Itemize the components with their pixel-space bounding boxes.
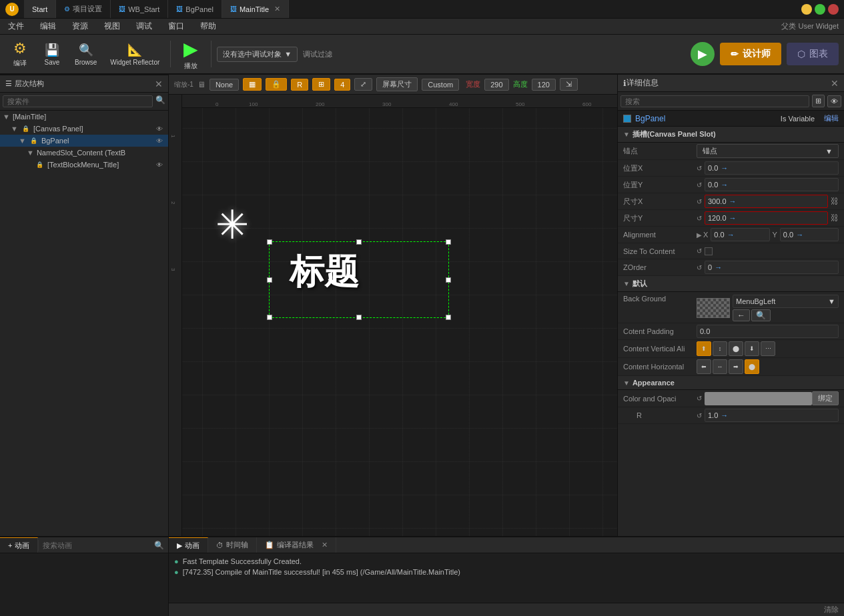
background-arrow-left[interactable]: ← <box>733 309 750 321</box>
handle-top-center[interactable] <box>356 239 362 245</box>
hier-namedslot[interactable]: ▼ NamedSlot_Content (TextB <box>0 147 168 159</box>
handle-top-right[interactable] <box>446 239 451 245</box>
hier-canvas-panel[interactable]: ▼ 🔒 [Canvas Panel] 👁 <box>0 123 168 135</box>
hierarchy-search-input[interactable] <box>3 95 153 107</box>
align-x-value[interactable]: 0.0 → <box>711 228 769 241</box>
zorder-reset[interactable]: ↺ <box>697 264 702 271</box>
width-input[interactable]: 290 <box>484 79 508 91</box>
run-button[interactable]: ▶ <box>691 42 715 66</box>
canvas-grid[interactable]: 0 100 200 300 400 500 600 700 800 1 2 3 … <box>169 95 617 536</box>
play-button[interactable]: ▶ 播放 <box>176 35 205 73</box>
menu-resource[interactable]: 资源 <box>69 19 91 33</box>
grid-button[interactable]: ⊞ <box>312 78 330 91</box>
background-search[interactable]: 🔍 <box>751 309 771 321</box>
move-button[interactable]: ▦ <box>243 78 262 91</box>
fix-button[interactable]: 绑定 <box>812 391 839 405</box>
vert-align-fill[interactable]: ⬤ <box>729 341 743 356</box>
menu-help[interactable]: 帮助 <box>197 19 219 33</box>
background-swatch[interactable] <box>697 298 730 318</box>
content-padding-value[interactable]: 0.0 <box>697 325 839 338</box>
hier-bgpanel[interactable]: ▼ 🔒 BgPanel 👁 <box>0 135 168 147</box>
hierarchy-close[interactable]: ✕ <box>155 79 163 89</box>
designer-button[interactable]: ✏ 设计师 <box>720 43 781 65</box>
bg-panel-checkbox[interactable] <box>623 115 631 123</box>
menu-view[interactable]: 视图 <box>101 19 123 33</box>
appearance-section-header[interactable]: ▼ Appearance <box>618 376 844 390</box>
compile-button[interactable]: ⚙ 编译 <box>5 37 35 71</box>
size-y-reset-icon[interactable]: ↺ <box>697 215 702 222</box>
vert-align-top[interactable]: ⬆ <box>697 341 711 356</box>
align-y-value[interactable]: 0.0 → <box>780 228 839 241</box>
size-y-value[interactable]: 120.0 → <box>705 211 828 225</box>
animation-log-tab[interactable]: ▶ 动画 <box>169 537 208 553</box>
slot-section-header[interactable]: ▼ 插槽(Canvas Panel Slot) <box>618 127 844 143</box>
menu-debug[interactable]: 调试 <box>133 19 155 33</box>
menu-file[interactable]: 文件 <box>5 19 27 33</box>
animation-search-input[interactable] <box>38 540 150 551</box>
size-y-chain-icon[interactable]: ⛓ <box>831 213 839 223</box>
widget-reflector-button[interactable]: 📐 Widget Reflector <box>105 40 165 69</box>
horiz-align-left[interactable]: ⬅ <box>697 359 711 374</box>
details-close[interactable]: ✕ <box>831 78 839 89</box>
graph-button[interactable]: ⬡ 图表 <box>787 43 839 65</box>
color-reset-icon[interactable]: ↺ <box>697 395 702 402</box>
anchor-button[interactable]: 锚点 ▼ <box>697 144 839 158</box>
height-input[interactable]: 120 <box>532 79 556 91</box>
animation-search-icon[interactable]: 🔍 <box>150 541 168 550</box>
hier-maintitle[interactable]: ▼ [MainTitle] <box>0 111 168 123</box>
handle-bottom-left[interactable] <box>267 315 272 320</box>
menu-edit[interactable]: 编辑 <box>37 19 59 33</box>
num4-button[interactable]: 4 <box>334 79 350 91</box>
horiz-align-fill[interactable]: ⬤ <box>745 359 759 374</box>
handle-top-left[interactable] <box>267 239 272 245</box>
save-button[interactable]: 💾 Save <box>37 40 67 69</box>
details-grid-button[interactable]: ⊞ <box>812 95 825 107</box>
zorder-value[interactable]: 0 → <box>705 261 839 274</box>
r-value[interactable]: 1.0 → <box>705 409 839 422</box>
size-to-content-checkbox[interactable] <box>705 247 713 255</box>
defaults-section-header[interactable]: ▼ 默认 <box>618 276 844 292</box>
pos-y-reset-icon[interactable]: ↺ <box>697 181 702 189</box>
r-reset-icon[interactable]: ↺ <box>697 412 702 419</box>
details-search-input[interactable] <box>620 95 809 107</box>
tab-start[interactable]: Start <box>24 0 56 18</box>
compiler-close[interactable]: ✕ <box>322 541 328 549</box>
tab-wb-start[interactable]: 🖼 WB_Start <box>111 0 168 18</box>
widget-selection[interactable]: 标题 <box>269 241 449 318</box>
pos-y-value[interactable]: 0.0 → <box>705 178 839 191</box>
tab-maintitle[interactable]: 🖼 MainTitle ✕ <box>222 0 289 18</box>
custom-button[interactable]: Custom <box>422 79 459 91</box>
handle-bottom-center[interactable] <box>356 315 362 320</box>
size-x-reset-icon[interactable]: ↺ <box>697 198 702 205</box>
pos-x-value[interactable]: 0.0 → <box>705 161 839 175</box>
clear-button[interactable]: 清除 <box>824 605 839 615</box>
expand-button[interactable]: ⤢ <box>354 78 372 91</box>
handle-mid-right[interactable] <box>446 277 451 283</box>
debug-filter[interactable]: 没有选中调试对象 ▼ <box>217 47 298 62</box>
browse-button[interactable]: 🔍 Browse <box>69 40 102 69</box>
pos-x-reset-icon[interactable]: ↺ <box>697 165 702 172</box>
handle-mid-left[interactable] <box>267 277 272 283</box>
vert-align-custom[interactable]: ⋯ <box>761 341 775 356</box>
tab-maintitle-close[interactable]: ✕ <box>274 5 280 13</box>
screen-size-button[interactable]: 屏幕尺寸 <box>376 77 418 91</box>
background-value[interactable]: MenuBgLeft ▼ <box>733 295 839 308</box>
color-bar[interactable] <box>705 392 812 405</box>
menu-window[interactable]: 窗口 <box>165 19 187 33</box>
maximize-button[interactable] <box>815 4 825 15</box>
none-button[interactable]: None <box>209 79 239 91</box>
details-eye-button[interactable]: 👁 <box>827 95 841 107</box>
r-button[interactable]: R <box>291 79 308 91</box>
size-x-value[interactable]: 300.0 → <box>705 195 828 208</box>
edit-button[interactable]: 编辑 <box>824 113 839 123</box>
close-button[interactable] <box>828 4 839 15</box>
fit-button[interactable]: ⇲ <box>560 78 578 91</box>
hier-textblock[interactable]: 🔒 [TextBlockMenu_Title] 👁 <box>0 159 168 171</box>
horiz-align-center[interactable]: ↔ <box>713 359 727 374</box>
handle-bottom-right[interactable] <box>446 315 451 320</box>
tab-project[interactable]: ⚙ 项目设置 <box>56 0 111 18</box>
lock-button[interactable]: 🔒 <box>266 78 287 91</box>
compiler-tab[interactable]: 📋 编译器结果 ✕ <box>257 537 336 553</box>
horiz-align-right[interactable]: ➡ <box>729 359 743 374</box>
timeline-tab[interactable]: ⏱ 时间轴 <box>208 537 257 553</box>
